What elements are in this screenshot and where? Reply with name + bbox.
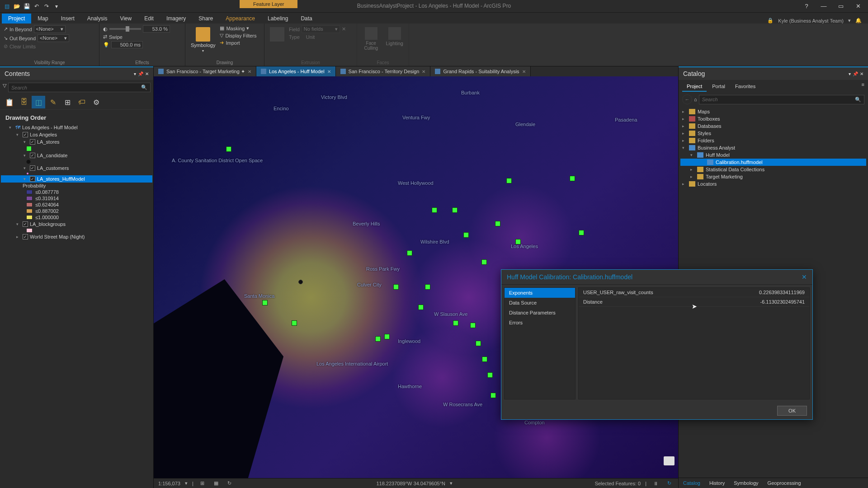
list-by-source-icon[interactable]: 🗄: [17, 96, 31, 108]
layer-checkbox[interactable]: [30, 176, 35, 182]
dialog-side-item[interactable]: Errors: [505, 318, 575, 328]
tab-share[interactable]: Share: [192, 14, 219, 23]
tab-project[interactable]: Project: [2, 14, 31, 23]
dialog-title-bar[interactable]: Huff Model Calibration: Calibration.huff…: [501, 270, 812, 285]
tab-data[interactable]: Data: [294, 14, 318, 23]
btab-history[interactable]: History: [705, 478, 729, 488]
map-tab[interactable]: San Francisco - Target Marketing ✦✕: [154, 66, 256, 76]
dialog-data-row[interactable]: USER_USER_raw_visit_counts0.226398334111…: [579, 288, 809, 297]
sb-btn-2[interactable]: ▦: [212, 480, 221, 487]
coords-dropdown-icon[interactable]: ▾: [450, 480, 453, 486]
toc-layer-blockgroups[interactable]: ▾LA_blockgroups: [1, 221, 152, 228]
toc-group[interactable]: ▾Los Angeles: [1, 131, 152, 138]
dialog-side-item[interactable]: Exponents: [505, 288, 575, 298]
close-button[interactable]: ✕: [850, 1, 866, 12]
notifications-icon[interactable]: 🔔: [855, 18, 862, 23]
sb-pause-icon[interactable]: ⏸: [651, 480, 660, 487]
user-name[interactable]: Kyle (Business Analyst Team): [778, 18, 844, 23]
flicker-icon[interactable]: 💡: [103, 42, 109, 48]
list-by-snapping-icon[interactable]: ⊞: [61, 96, 74, 108]
masking-button[interactable]: ▦Masking▾: [220, 25, 256, 31]
toc-layer-candidate[interactable]: ▾LA_candidate: [1, 152, 152, 159]
minimize-button[interactable]: —: [816, 1, 832, 12]
btab-geoprocessing[interactable]: Geoprocessing: [763, 478, 806, 488]
dialog-data-row[interactable]: Distance-6.11302302495741: [579, 297, 809, 307]
layer-checkbox[interactable]: [30, 139, 35, 145]
flicker-value[interactable]: 500.0 ms: [111, 41, 143, 48]
store-point[interactable]: [262, 300, 268, 305]
store-point[interactable]: [432, 207, 437, 213]
save-icon[interactable]: 💾: [23, 2, 31, 10]
swipe-label[interactable]: Swipe: [109, 34, 123, 40]
list-by-selection-icon[interactable]: ◫: [32, 96, 45, 108]
group-checkbox[interactable]: [23, 132, 28, 137]
coordinates[interactable]: 118.2237089°W 34.0479605°N: [376, 481, 445, 486]
cat-huff[interactable]: ▾Huff Model: [680, 151, 866, 159]
store-point[interactable]: [476, 341, 481, 346]
cat-styles[interactable]: ▸Styles: [680, 130, 866, 137]
dialog-close-icon[interactable]: ✕: [802, 273, 807, 281]
cat-toolboxes[interactable]: ▸Toolboxes: [680, 115, 866, 122]
toc-layer-customers[interactable]: ▾LA_customers: [1, 164, 152, 172]
store-point[interactable]: [579, 230, 584, 235]
project-icon[interactable]: ▤: [3, 2, 11, 10]
pane-autohide-icon[interactable]: 📌: [138, 71, 143, 76]
help-button[interactable]: ?: [798, 1, 815, 12]
scale-dropdown-icon[interactable]: ▾: [185, 480, 188, 486]
store-point[interactable]: [226, 146, 231, 152]
pane-autohide-icon[interactable]: 📌: [853, 71, 858, 76]
in-beyond-dropdown[interactable]: <None>▾: [34, 25, 66, 33]
swipe-icon[interactable]: ⇄: [103, 34, 107, 40]
undo-icon[interactable]: ↶: [33, 2, 41, 10]
symbology-button[interactable]: Symbology▾: [189, 25, 217, 55]
tab-close-icon[interactable]: ✕: [522, 69, 526, 74]
cat-sdc[interactable]: ▸Statistical Data Collections: [680, 166, 866, 173]
store-point[interactable]: [482, 357, 487, 362]
store-point[interactable]: [487, 372, 493, 378]
btab-symbology[interactable]: Symbology: [729, 478, 763, 488]
maximize-button[interactable]: ▭: [833, 1, 849, 12]
store-point[interactable]: [292, 320, 297, 326]
store-point[interactable]: [384, 334, 390, 339]
out-beyond-dropdown[interactable]: <None>▾: [38, 34, 69, 42]
home-icon[interactable]: ⌂: [694, 97, 697, 102]
map-tab[interactable]: Los Angeles - Huff Model✕: [256, 66, 336, 76]
catalog-tab-favorites[interactable]: Favorites: [731, 82, 760, 92]
dialog-side-item[interactable]: Data Source: [505, 298, 575, 308]
tab-analysis[interactable]: Analysis: [81, 14, 114, 23]
context-tab-feature-layer[interactable]: Feature Layer: [240, 0, 297, 8]
cat-folders[interactable]: ▸Folders: [680, 137, 866, 144]
cat-calibration[interactable]: Calibration.huffmodel: [680, 159, 866, 166]
cat-locators[interactable]: ▸Locators: [680, 180, 866, 188]
import-button[interactable]: ➜Import: [220, 40, 256, 46]
tab-labeling[interactable]: Labeling: [261, 14, 294, 23]
user-dropdown-icon[interactable]: ▾: [848, 18, 851, 23]
store-point[interactable]: [418, 305, 424, 310]
toc-basemap[interactable]: ▸World Street Map (Night): [1, 233, 152, 240]
tab-appearance[interactable]: Appearance: [219, 14, 261, 23]
toc-layer-huff[interactable]: ▾LA_stores_HuffModel: [1, 175, 152, 183]
qat-more-icon[interactable]: ▾: [52, 2, 61, 10]
tab-close-icon[interactable]: ✕: [248, 69, 251, 74]
store-point[interactable]: [481, 259, 487, 265]
store-point[interactable]: [452, 207, 458, 213]
ok-button[interactable]: OK: [777, 406, 807, 416]
store-point[interactable]: [470, 323, 476, 328]
list-by-perception-icon[interactable]: ⚙: [90, 96, 103, 108]
cat-maps[interactable]: ▸Maps: [680, 108, 866, 115]
store-point[interactable]: [407, 250, 412, 256]
layer-checkbox[interactable]: [30, 153, 35, 158]
sb-refresh-icon[interactable]: ↻: [665, 480, 674, 487]
list-by-labeling-icon[interactable]: 🏷: [75, 96, 89, 108]
store-point[interactable]: [393, 284, 399, 290]
store-point[interactable]: [375, 336, 381, 342]
tab-edit[interactable]: Edit: [138, 14, 160, 23]
open-icon[interactable]: 📂: [13, 2, 21, 10]
tab-map[interactable]: Map: [31, 14, 54, 23]
candidate-point[interactable]: [298, 280, 303, 284]
tab-insert[interactable]: Insert: [55, 14, 81, 23]
dialog-side-item[interactable]: Distance Parameters: [505, 308, 575, 318]
tab-view[interactable]: View: [113, 14, 138, 23]
transparency-slider[interactable]: [109, 28, 141, 30]
pane-menu-icon[interactable]: ▾: [849, 71, 851, 76]
